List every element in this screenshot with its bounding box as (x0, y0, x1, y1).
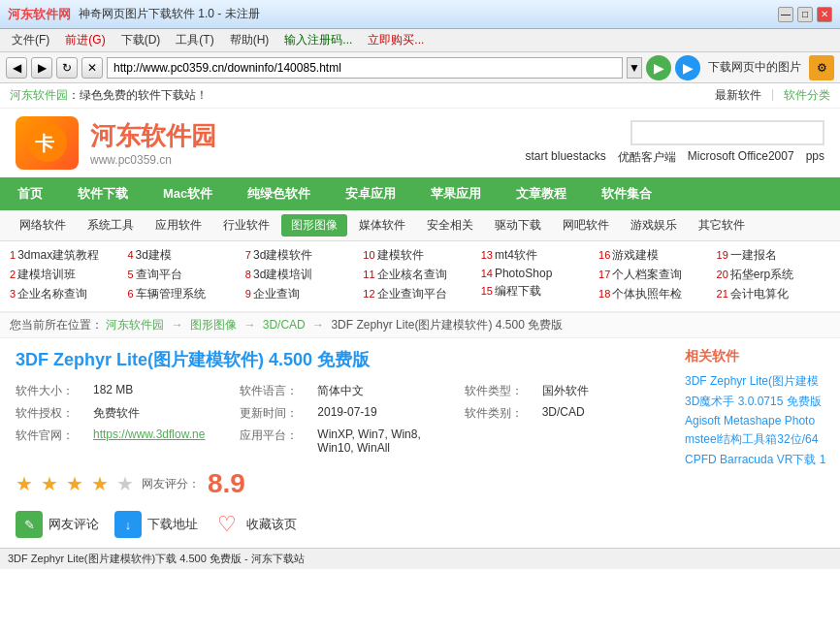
subnav-other[interactable]: 其它软件 (689, 214, 755, 237)
sidebar-title: 相关软件 (685, 348, 830, 365)
status-text: 3DF Zephyr Lite(图片建模软件)下载 4.500 免费版 - 河东… (8, 552, 305, 566)
play-button-1[interactable]: ▶ (646, 55, 671, 80)
list-item: 9企业查询 (245, 286, 359, 302)
official-link[interactable]: https://www.3dflow.ne (93, 427, 205, 444)
star-5: ★ (116, 472, 134, 495)
back-button[interactable]: ◀ (6, 57, 27, 79)
nav-mac[interactable]: Mac软件 (145, 177, 230, 210)
stop-button[interactable]: ✕ (81, 57, 103, 79)
logo-text: 河东软件园 www.pc0359.cn (90, 119, 216, 167)
gear-button[interactable]: ⚙ (809, 55, 834, 80)
url-bar[interactable] (107, 57, 623, 79)
sidebar-link-4[interactable]: msteel结构工具箱32位/64 (685, 431, 830, 448)
logo-search-area: start bluestacks 优酷客户端 Microsoft Office2… (525, 120, 824, 166)
info-platform: 应用平台： WinXP, Win7, Win8, Win10, WinAll (240, 427, 444, 455)
menu-forward[interactable]: 前进(G) (57, 30, 113, 50)
list-item: 13mt4软件 (481, 247, 595, 264)
favorite-button[interactable]: ♡ 收藏该页 (213, 511, 297, 538)
latest-software-link[interactable]: 最新软件 (715, 87, 761, 104)
subnav-graphic[interactable]: 图形图像 (281, 214, 347, 237)
maximize-button[interactable]: □ (797, 7, 813, 22)
close-button[interactable]: ✕ (817, 7, 832, 22)
category-label: 软件类别： (465, 405, 542, 422)
refresh-button[interactable]: ↻ (56, 57, 78, 79)
size-label: 软件大小： (16, 383, 93, 399)
nav-green[interactable]: 纯绿色软件 (230, 177, 328, 210)
site-slogan: 河东软件园：绿色免费的软件下载站！ (10, 87, 208, 104)
info-col-left: 软件大小： 182 MB 软件授权： 免费软件 软件官网： https://ww… (16, 383, 220, 460)
search-input[interactable] (630, 120, 824, 145)
forward-button[interactable]: ▶ (31, 57, 52, 79)
nav-articles[interactable]: 文章教程 (499, 177, 584, 210)
subnav-media[interactable]: 媒体软件 (349, 214, 415, 237)
download-label: 下载网页中的图片 (708, 59, 801, 76)
list-item: 18个体执照年检 (598, 286, 712, 302)
breadcrumb-current: 3DF Zephyr Lite(图片建模软件) 4.500 免费版 (331, 318, 563, 332)
list-item: 16游戏建模 (598, 247, 712, 264)
page-layout: 3DF Zephyr Lite(图片建模软件) 4.500 免费版 软件大小： … (0, 338, 840, 548)
menu-tools[interactable]: 工具(T) (168, 30, 221, 50)
grid-col-3: 73d建模软件 83d建模培训 9企业查询 (245, 247, 359, 305)
sidebar-link-1[interactable]: 3DF Zephyr Lite(图片建模 (685, 373, 830, 390)
subnav-driver[interactable]: 驱动下载 (485, 214, 551, 237)
minimize-button[interactable]: — (778, 7, 793, 22)
list-item: 2建模培训班 (10, 267, 123, 283)
quick-link-pps[interactable]: pps (806, 149, 824, 166)
breadcrumb-subcategory[interactable]: 3D/CAD (263, 318, 306, 332)
list-item: 83d建模培训 (245, 267, 359, 283)
category-value: 3D/CAD (542, 405, 585, 422)
quick-link-bluestacks[interactable]: start bluestacks (525, 149, 605, 166)
subnav-system[interactable]: 系统工具 (78, 214, 144, 237)
menu-download[interactable]: 下载(D) (113, 30, 169, 50)
list-item: 10建模软件 (363, 247, 476, 264)
info-col-right: 软件类型： 国外软件 软件类别： 3D/CAD (465, 383, 669, 460)
menu-help[interactable]: 帮助(H) (222, 30, 277, 50)
platform-value: WinXP, Win7, Win8, Win10, WinAll (317, 427, 444, 455)
nav-android[interactable]: 安卓应用 (328, 177, 413, 210)
nav-apple[interactable]: 苹果应用 (413, 177, 499, 210)
main-nav: 首页 软件下载 Mac软件 纯绿色软件 安卓应用 苹果应用 文章教程 软件集合 (0, 177, 840, 210)
menubar: 文件(F) 前进(G) 下载(D) 工具(T) 帮助(H) 输入注册码... 立… (0, 29, 840, 52)
sidebar-link-5[interactable]: CPFD Barracuda VR下载 1 (685, 452, 830, 468)
list-item: 73d建模软件 (245, 247, 359, 264)
breadcrumb: 您当前所在位置： 河东软件园 → 图形图像 → 3D/CAD → 3DF Zep… (0, 312, 840, 338)
page-title: 3DF Zephyr Lite(图片建模软件) 4.500 免费版 (16, 348, 669, 371)
breadcrumb-category[interactable]: 图形图像 (190, 318, 237, 332)
rating-label: 网友评分： (142, 476, 200, 492)
subnav-security[interactable]: 安全相关 (417, 214, 483, 237)
heart-icon: ♡ (213, 511, 241, 538)
menu-register[interactable]: 输入注册码... (276, 30, 360, 50)
download-address-button[interactable]: ↓ 下载地址 (114, 511, 198, 538)
subnav-game[interactable]: 游戏娱乐 (621, 214, 687, 237)
play-button-2[interactable]: ▶ (675, 55, 700, 80)
menu-file[interactable]: 文件(F) (4, 30, 57, 50)
software-category-link[interactable]: 软件分类 (784, 87, 830, 104)
subnav-network[interactable]: 网络软件 (10, 214, 76, 237)
info-category: 软件类别： 3D/CAD (465, 405, 669, 422)
sidebar-link-2[interactable]: 3D魔术手 3.0.0715 免费版 (685, 394, 830, 410)
url-dropdown[interactable]: ▼ (627, 57, 642, 79)
sidebar-link-3[interactable]: Agisoft Metashape Photo (685, 414, 830, 427)
nav-collection[interactable]: 软件集合 (584, 177, 669, 210)
nav-home[interactable]: 首页 (0, 177, 60, 210)
download-label-2: 下载地址 (147, 516, 198, 533)
action-row: ✎ 网友评论 ↓ 下载地址 ♡ 收藏该页 (16, 511, 669, 538)
nav-software[interactable]: 软件下载 (60, 177, 145, 210)
stars-row: ★ ★ ★ ★ ★ 网友评分： 8.9 (16, 468, 669, 499)
quick-link-youku[interactable]: 优酷客户端 (618, 149, 676, 166)
content-grid: 13dmax建筑教程 2建模培训班 3企业名称查询 43d建模 5查询平台 6车… (0, 241, 840, 312)
page-sidebar: 相关软件 3DF Zephyr Lite(图片建模 3D魔术手 3.0.0715… (685, 338, 840, 548)
breadcrumb-home[interactable]: 河东软件园 (106, 318, 164, 332)
license-label: 软件授权： (16, 405, 93, 422)
subnav-netbar[interactable]: 网吧软件 (553, 214, 619, 237)
comment-button[interactable]: ✎ 网友评论 (16, 511, 99, 538)
quick-link-office[interactable]: Microsoft Office2007 (688, 149, 794, 166)
grid-col-2: 43d建模 5查询平台 6车辆管理系统 (127, 247, 241, 305)
window-controls[interactable]: — □ ✕ (778, 7, 832, 22)
info-official: 软件官网： https://www.3dflow.ne (16, 427, 220, 444)
subnav-app[interactable]: 应用软件 (145, 214, 211, 237)
menu-buy[interactable]: 立即购买... (360, 30, 432, 50)
list-item: 11企业核名查询 (363, 267, 476, 283)
logo-name[interactable]: 河东软件园 (90, 119, 216, 153)
subnav-industry[interactable]: 行业软件 (213, 214, 279, 237)
